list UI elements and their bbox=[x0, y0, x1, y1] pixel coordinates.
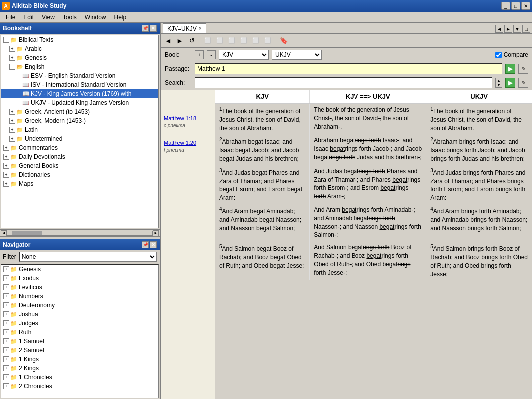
bookshelf-pin-button[interactable]: 📌 bbox=[142, 25, 149, 32]
passage-edit-button[interactable]: ✎ bbox=[518, 64, 528, 74]
nav-item-2kings[interactable]: + 📁 2 Kings bbox=[1, 364, 158, 373]
nav-item-numbers[interactable]: + 📁 Numbers bbox=[1, 292, 158, 301]
tree-item-general-books[interactable]: + 📁 General Books bbox=[1, 161, 158, 170]
toggle-1kings[interactable]: + bbox=[3, 356, 9, 362]
tree-item-latin[interactable]: + 📁 Latin bbox=[1, 125, 158, 134]
navigator-close-button[interactable]: ✕ bbox=[150, 241, 157, 248]
nav-item-1samuel[interactable]: + 📁 1 Samuel bbox=[1, 337, 158, 346]
nav-item-1chronicles[interactable]: + 📁 1 Chronicles bbox=[1, 373, 158, 382]
title-bar-controls[interactable]: _ □ ✕ bbox=[501, 2, 530, 10]
nav-item-exodus[interactable]: + 📁 Exodus bbox=[1, 274, 158, 283]
toggle-commentaries[interactable]: + bbox=[3, 145, 9, 151]
nav-item-judges[interactable]: + 📁 Judges bbox=[1, 319, 158, 328]
tree-item-greek-modern[interactable]: + 📁 Greek, Modern (1453-) bbox=[1, 116, 158, 125]
tree-item-dictionaries[interactable]: + 📁 Dictionaries bbox=[1, 170, 158, 179]
toggle-arabic[interactable]: + bbox=[9, 46, 15, 52]
navigator-pin-button[interactable]: 📌 bbox=[142, 241, 149, 248]
bookshelf-tree[interactable]: - 📁 Biblical Texts + 📁 Arabic + 📁 Genesi… bbox=[1, 35, 159, 228]
back-button[interactable]: ◄ bbox=[163, 35, 174, 46]
toggle-english[interactable]: - bbox=[9, 64, 15, 70]
toggle-2samuel[interactable]: + bbox=[3, 347, 9, 353]
bookshelf-hscrollbar[interactable]: ◄ ► bbox=[0, 229, 160, 236]
toggle-joshua[interactable]: + bbox=[3, 311, 9, 317]
hscroll-thumb[interactable] bbox=[12, 231, 42, 235]
copy-button-4[interactable]: ⬜ bbox=[238, 35, 249, 46]
scroll-right-arrow[interactable]: ► bbox=[153, 230, 159, 236]
toggle-greek-ancient[interactable]: + bbox=[9, 109, 15, 115]
search-input[interactable] bbox=[195, 77, 492, 88]
search-options-button[interactable]: ✎ bbox=[518, 78, 528, 88]
verse-ref-1:18[interactable]: Matthew 1:18 bbox=[164, 114, 212, 123]
tree-item-commentaries[interactable]: + 📁 Commentaries bbox=[1, 143, 158, 152]
minimize-button[interactable]: _ bbox=[501, 2, 510, 10]
tree-item-undetermined[interactable]: + 📁 Undetermined bbox=[1, 134, 158, 143]
scroll-left-arrow[interactable]: ◄ bbox=[1, 230, 7, 236]
passage-go-button[interactable]: ▶ bbox=[505, 64, 515, 74]
tree-item-chinese[interactable]: + 📁 Genesis bbox=[1, 53, 158, 62]
tree-item-ukjv[interactable]: 📖 UKJV - Updated King James Version bbox=[1, 98, 158, 107]
bible-columns[interactable]: KJV KJV ==> UKJV UKJV 1The book of the g… bbox=[215, 90, 532, 399]
copy-button-2[interactable]: ⬜ bbox=[214, 35, 225, 46]
tab-close-button[interactable]: × bbox=[199, 26, 202, 31]
toggle-deuteronomy[interactable]: + bbox=[3, 302, 9, 308]
nav-item-1kings[interactable]: + 📁 1 Kings bbox=[1, 355, 158, 364]
toggle-genesis[interactable]: + bbox=[3, 266, 9, 272]
tab-nav-list[interactable]: ▼ bbox=[513, 25, 521, 33]
bookshelf-controls[interactable]: 📌 ✕ bbox=[142, 25, 157, 32]
toggle-2chronicles[interactable]: + bbox=[3, 383, 9, 389]
toggle-general-books[interactable]: + bbox=[3, 163, 9, 169]
tab-kjv-ukjv[interactable]: KJV=UKJV × bbox=[163, 23, 206, 33]
search-spinner[interactable]: ▲ ▼ bbox=[495, 78, 502, 88]
book-minus-button[interactable]: - bbox=[207, 50, 216, 59]
book-version-select-2[interactable]: UKJV bbox=[272, 50, 322, 60]
compare-checkbox[interactable] bbox=[495, 52, 502, 58]
toggle-numbers[interactable]: + bbox=[3, 293, 9, 299]
navigator-tree[interactable]: + 📁 Genesis + 📁 Exodus + 📁 Leviticus + 📁 bbox=[1, 264, 159, 398]
menu-file[interactable]: File bbox=[2, 12, 19, 22]
passage-input[interactable] bbox=[195, 63, 502, 74]
nav-item-ruth[interactable]: + 📁 Ruth bbox=[1, 328, 158, 337]
nav-item-joshua[interactable]: + 📁 Joshua bbox=[1, 310, 158, 319]
tab-nav-next[interactable]: ► bbox=[504, 25, 512, 33]
tree-item-esv[interactable]: 📖 ESV - English Standard Version bbox=[1, 71, 158, 80]
copy-button-1[interactable]: ⬜ bbox=[202, 35, 213, 46]
bookmark-button[interactable]: 🔖 bbox=[278, 35, 289, 46]
copy-button-5[interactable]: ⬜ bbox=[250, 35, 261, 46]
toggle-exodus[interactable]: + bbox=[3, 275, 9, 281]
forward-button[interactable]: ► bbox=[175, 35, 185, 46]
toggle-chinese[interactable]: + bbox=[9, 55, 15, 61]
copy-button-3[interactable]: ⬜ bbox=[226, 35, 237, 46]
menu-window[interactable]: Window bbox=[81, 12, 110, 22]
tree-item-arabic[interactable]: + 📁 Arabic bbox=[1, 44, 158, 53]
tree-item-maps[interactable]: + 📁 Maps bbox=[1, 179, 158, 188]
toggle-undetermined[interactable]: + bbox=[9, 136, 15, 142]
toggle-judges[interactable]: + bbox=[3, 320, 9, 326]
navigator-controls[interactable]: 📌 ✕ bbox=[142, 241, 157, 248]
toggle-ruth[interactable]: + bbox=[3, 329, 9, 335]
tree-item-english[interactable]: - 📂 English bbox=[1, 62, 158, 71]
nav-item-leviticus[interactable]: + 📁 Leviticus bbox=[1, 283, 158, 292]
hscroll-track[interactable] bbox=[7, 231, 153, 236]
nav-item-2chronicles[interactable]: + 📁 2 Chronicles bbox=[1, 382, 158, 391]
tree-item-kjv[interactable]: 📖 KJV - King James Version (1769) with bbox=[1, 89, 158, 98]
copy-button-6[interactable]: ⬜ bbox=[262, 35, 273, 46]
menu-help[interactable]: Help bbox=[110, 12, 131, 22]
refresh-button[interactable]: ↺ bbox=[186, 35, 197, 46]
tab-navigation[interactable]: ◄ ► ▼ □ bbox=[495, 25, 532, 33]
tree-item-biblical-texts[interactable]: - 📁 Biblical Texts bbox=[1, 35, 158, 44]
verse-ref-1:20[interactable]: Matthew 1:20 bbox=[164, 138, 212, 147]
close-button[interactable]: ✕ bbox=[521, 2, 530, 10]
tree-item-daily-devotionals[interactable]: + 📁 Daily Devotionals bbox=[1, 152, 158, 161]
search-go-button[interactable]: ▶ bbox=[505, 78, 515, 88]
tree-item-isv[interactable]: 📖 ISV - International Standard Version bbox=[1, 80, 158, 89]
toggle-greek-modern[interactable]: + bbox=[9, 118, 15, 124]
filter-select[interactable]: None bbox=[19, 252, 157, 262]
toggle-2kings[interactable]: + bbox=[3, 365, 9, 371]
toggle-daily-devotionals[interactable]: + bbox=[3, 154, 9, 160]
toggle-biblical-texts[interactable]: - bbox=[3, 37, 9, 43]
tab-nav-new[interactable]: □ bbox=[522, 25, 530, 33]
tree-item-greek-ancient[interactable]: + 📁 Greek, Ancient (to 1453) bbox=[1, 107, 158, 116]
toggle-maps[interactable]: + bbox=[3, 181, 9, 187]
nav-item-genesis[interactable]: + 📁 Genesis bbox=[1, 265, 158, 274]
nav-item-2samuel[interactable]: + 📁 2 Samuel bbox=[1, 346, 158, 355]
